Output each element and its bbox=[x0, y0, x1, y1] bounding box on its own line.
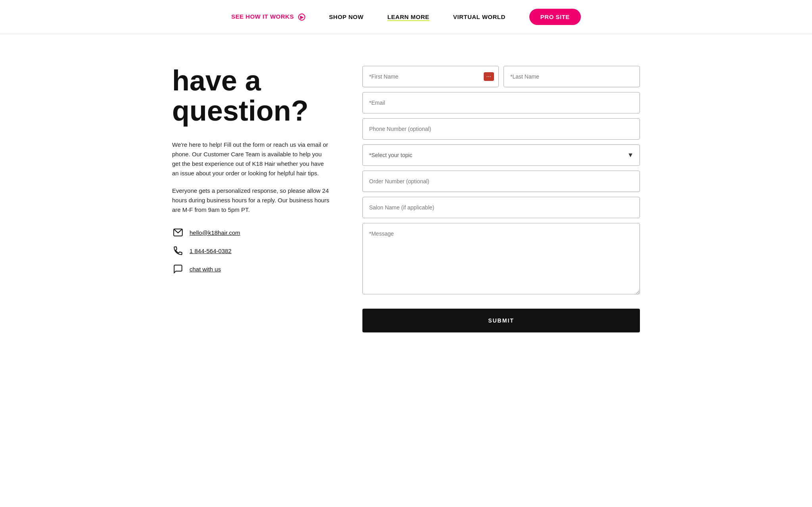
phone-svg bbox=[173, 246, 183, 256]
navigation: SEE HOW IT WORKS ▶ SHOP NOW LEARN MORE V… bbox=[0, 0, 812, 34]
topic-select[interactable]: *Select your topic bbox=[362, 144, 640, 166]
circle-icon: ▶ bbox=[298, 13, 305, 21]
main-content: have a question? We're here to help! Fil… bbox=[148, 34, 664, 364]
submit-button[interactable]: SUBMIT bbox=[362, 309, 640, 332]
message-textarea[interactable] bbox=[362, 223, 640, 294]
chat-link[interactable]: chat with us bbox=[190, 266, 221, 273]
order-number-input[interactable] bbox=[362, 171, 640, 192]
page-heading: have a question? bbox=[172, 66, 331, 126]
first-name-icon: ··· bbox=[484, 72, 494, 81]
nav-shop-now[interactable]: SHOP NOW bbox=[329, 13, 364, 20]
first-name-field: ··· bbox=[362, 66, 499, 87]
left-column: have a question? We're here to help! Fil… bbox=[172, 66, 331, 332]
chat-icon bbox=[172, 263, 184, 275]
last-name-input[interactable] bbox=[504, 66, 640, 87]
nav-see-how-it-works[interactable]: SEE HOW IT WORKS ▶ bbox=[231, 13, 305, 21]
email-svg bbox=[173, 227, 183, 238]
phone-field-wrapper bbox=[362, 118, 640, 140]
nav-learn-more[interactable]: LEARN MORE bbox=[387, 13, 429, 20]
last-name-field bbox=[504, 66, 640, 87]
nav-virtual-world[interactable]: VIRTUAL WORLD bbox=[453, 13, 506, 20]
email-link[interactable]: hello@k18hair.com bbox=[190, 229, 240, 236]
contact-list: hello@k18hair.com 1 844-564-0382 cha bbox=[172, 227, 331, 275]
phone-link[interactable]: 1 844-564-0382 bbox=[190, 248, 232, 254]
pro-site-button[interactable]: PRO SITE bbox=[529, 9, 581, 25]
contact-form: ··· *Select your topic ▼ bbox=[362, 66, 640, 332]
chat-svg bbox=[173, 264, 183, 274]
email-icon bbox=[172, 227, 184, 238]
description-paragraph-2: Everyone gets a personalized response, s… bbox=[172, 186, 331, 215]
salon-name-input[interactable] bbox=[362, 197, 640, 218]
phone-contact-item: 1 844-564-0382 bbox=[172, 245, 331, 257]
message-field-wrapper bbox=[362, 223, 640, 296]
email-input[interactable] bbox=[362, 92, 640, 113]
name-row: ··· bbox=[362, 66, 640, 87]
phone-input[interactable] bbox=[362, 118, 640, 140]
email-contact-item: hello@k18hair.com bbox=[172, 227, 331, 238]
salon-name-field-wrapper bbox=[362, 197, 640, 218]
topic-select-wrapper: *Select your topic ▼ bbox=[362, 144, 640, 166]
first-name-input[interactable] bbox=[362, 66, 499, 87]
order-number-field-wrapper bbox=[362, 171, 640, 192]
description-paragraph-1: We're here to help! Fill out the form or… bbox=[172, 140, 331, 178]
icon-dots: ··· bbox=[486, 74, 491, 79]
chat-contact-item: chat with us bbox=[172, 263, 331, 275]
phone-icon bbox=[172, 245, 184, 257]
nav-see-how-it-works-label: SEE HOW IT WORKS bbox=[231, 13, 294, 20]
email-field-wrapper bbox=[362, 92, 640, 113]
